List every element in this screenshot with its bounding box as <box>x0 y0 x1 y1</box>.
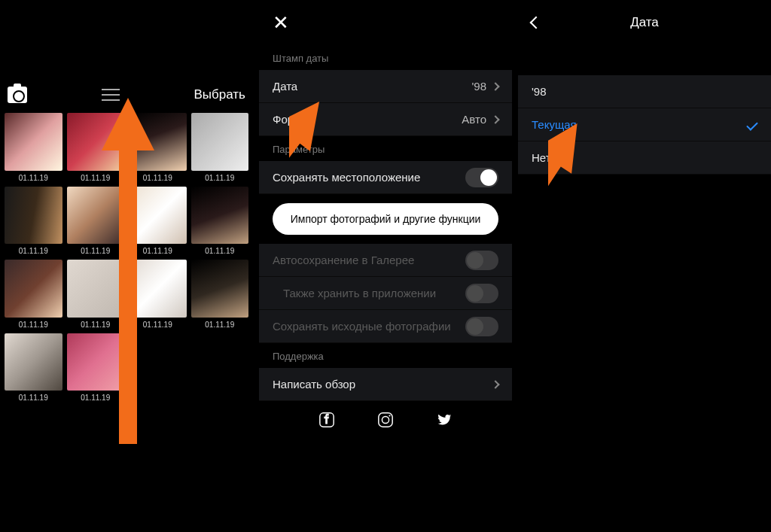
also-store-label: Также хранить в приложении <box>273 287 436 299</box>
thumb-date-label: 01.11.19 <box>205 174 234 182</box>
thumbnail[interactable]: 01.11.19 <box>5 187 62 256</box>
thumbnail[interactable]: 01.11.19 <box>67 187 125 256</box>
settings-screen: ✕ Штамп даты Дата '98 Формат Авто Параме… <box>259 0 512 532</box>
save-location-toggle[interactable] <box>465 168 498 187</box>
thumb-date-label: 01.11.19 <box>205 321 234 329</box>
thumb-date-label: 01.11.19 <box>143 321 172 329</box>
format-row[interactable]: Формат Авто <box>259 103 512 136</box>
date-select-header: Дата <box>518 0 771 45</box>
thumbnail[interactable]: 01.11.19 <box>67 260 125 329</box>
thumb-date-label: 01.11.19 <box>81 247 110 255</box>
twitter-icon[interactable] <box>436 412 453 431</box>
thumb-date-label: 01.11.19 <box>19 394 48 402</box>
autosave-row[interactable]: Автосохранение в Галерее <box>259 244 512 277</box>
instagram-icon[interactable] <box>377 412 394 431</box>
format-row-value: Авто <box>462 113 486 126</box>
write-review-row[interactable]: Написать обзор <box>259 368 512 401</box>
chevron-right-icon <box>491 380 499 388</box>
facebook-icon[interactable] <box>318 412 335 431</box>
thumbnail[interactable]: 01.11.19 <box>191 187 249 256</box>
section-label-params: Параметры <box>259 136 512 161</box>
also-store-row[interactable]: Также хранить в приложении <box>259 277 512 310</box>
section-label-date-stamp: Штамп даты <box>259 45 512 70</box>
chevron-right-icon <box>491 82 499 90</box>
thumbnail[interactable]: 01.11.19 <box>129 113 187 182</box>
date-row-value: '98 <box>471 80 486 93</box>
social-row <box>259 401 512 431</box>
thumbnail[interactable]: 01.11.19 <box>5 113 62 182</box>
thumb-date-label: 01.11.19 <box>205 247 234 255</box>
chevron-right-icon <box>491 115 499 123</box>
date-select-title: Дата <box>630 15 659 30</box>
thumbnail[interactable]: 01.11.19 <box>5 333 62 403</box>
close-icon[interactable]: ✕ <box>273 13 289 32</box>
save-location-row[interactable]: Сохранять местоположение <box>259 161 512 194</box>
autosave-label: Автосохранение в Галерее <box>273 254 414 266</box>
checkmark-icon <box>746 119 758 131</box>
thumbnail[interactable]: 01.11.19 <box>191 113 249 182</box>
settings-header: ✕ <box>259 0 512 45</box>
format-row-label: Формат <box>273 113 312 126</box>
thumb-date-label: 01.11.19 <box>19 247 48 255</box>
date-option-98[interactable]: '98 <box>518 75 771 108</box>
select-button[interactable]: Выбрать <box>194 87 245 102</box>
section-label-support: Поддержка <box>259 343 512 368</box>
date-row[interactable]: Дата '98 <box>259 70 512 103</box>
thumb-date-label: 01.11.19 <box>81 321 110 329</box>
write-review-label: Написать обзор <box>273 378 355 391</box>
camera-icon[interactable] <box>8 87 27 103</box>
thumbnail[interactable]: 01.11.19 <box>5 260 62 329</box>
thumbnail[interactable]: 01.11.19 <box>67 333 125 403</box>
save-original-row[interactable]: Сохранять исходные фотографии <box>259 310 512 343</box>
gallery-screen: Выбрать 01.11.19 01.11.19 01.11.19 01.11… <box>0 0 253 532</box>
save-location-label: Сохранять местоположение <box>273 171 420 184</box>
date-select-screen: Дата '98 Текущая Нет <box>518 0 771 532</box>
save-original-toggle[interactable] <box>465 317 498 336</box>
gallery-header: Выбрать <box>0 81 253 108</box>
date-option-label: Нет <box>532 151 551 164</box>
svg-point-3 <box>382 416 389 423</box>
thumbnail[interactable]: 01.11.19 <box>129 187 187 256</box>
date-option-none[interactable]: Нет <box>518 141 771 175</box>
svg-rect-2 <box>379 413 392 427</box>
also-store-toggle[interactable] <box>465 284 498 303</box>
date-option-label: '98 <box>532 85 547 98</box>
date-row-label: Дата <box>273 80 297 93</box>
thumbnail-grid: 01.11.19 01.11.19 01.11.19 01.11.19 01.1… <box>5 113 248 402</box>
menu-icon[interactable] <box>102 89 120 101</box>
autosave-toggle[interactable] <box>465 251 498 270</box>
thumb-date-label: 01.11.19 <box>81 174 110 182</box>
date-option-current[interactable]: Текущая <box>518 108 771 141</box>
thumb-date-label: 01.11.19 <box>143 174 172 182</box>
thumb-date-label: 01.11.19 <box>19 321 48 329</box>
back-icon[interactable] <box>530 17 543 29</box>
date-option-label: Текущая <box>532 118 577 131</box>
svg-point-4 <box>389 415 390 416</box>
thumbnail[interactable]: 01.11.19 <box>67 113 125 182</box>
save-original-label: Сохранять исходные фотографии <box>273 320 451 333</box>
thumbnail[interactable]: 01.11.19 <box>191 260 249 329</box>
thumb-date-label: 01.11.19 <box>143 247 172 255</box>
thumb-date-label: 01.11.19 <box>81 394 110 402</box>
thumb-date-label: 01.11.19 <box>19 174 48 182</box>
thumbnail[interactable]: 01.11.19 <box>129 260 187 329</box>
import-photos-button[interactable]: Импорт фотографий и другие функции <box>273 203 498 235</box>
